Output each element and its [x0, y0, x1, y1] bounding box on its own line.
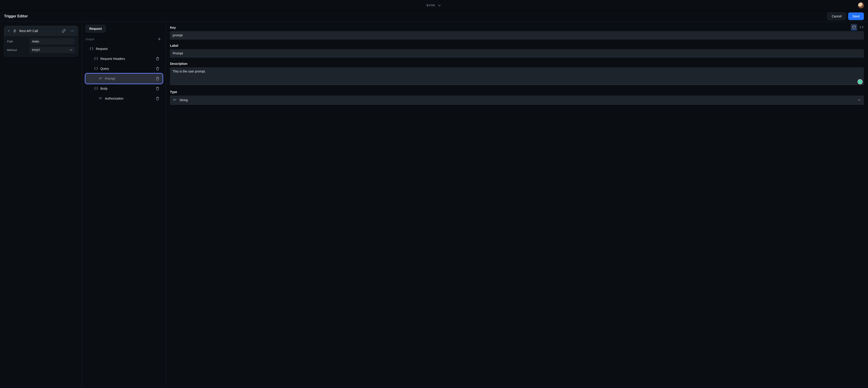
link-icon	[62, 29, 66, 33]
header-actions: Cancel Save	[827, 12, 864, 20]
text-icon	[98, 76, 103, 80]
braces-icon	[94, 67, 98, 71]
trigger-node-header[interactable]: Rest API Call	[4, 26, 78, 36]
view-toggle	[851, 24, 865, 30]
delete-button[interactable]	[154, 65, 161, 72]
view-form-button[interactable]	[851, 24, 857, 30]
left-panel: Rest API Call Path Method POST	[0, 22, 82, 388]
topbar: BYOK	[0, 0, 868, 11]
trigger-node-title: Rest API Call	[19, 29, 58, 33]
trash-icon	[156, 57, 160, 61]
tree-item-body[interactable]: Body	[86, 84, 162, 94]
method-select[interactable]: POST	[30, 47, 75, 53]
middle-tabs: Request	[82, 22, 166, 33]
description-label: Description	[170, 62, 864, 65]
tree-label: Prompt	[105, 77, 154, 80]
path-input[interactable]	[30, 38, 75, 44]
delete-button[interactable]	[154, 95, 161, 102]
trigger-node-card: Rest API Call Path Method POST	[4, 26, 78, 57]
tree-item-request[interactable]: Request	[86, 44, 162, 54]
more-button[interactable]	[69, 28, 75, 34]
trash-icon	[156, 87, 160, 91]
bolt-icon	[13, 29, 17, 33]
method-row: Method POST	[7, 47, 75, 53]
workspace-selector[interactable]: BYOK	[427, 3, 441, 7]
dots-icon	[70, 29, 74, 33]
output-tree: Request Request Headers Query Prompt	[86, 44, 162, 103]
trigger-node-body: Path Method POST	[4, 36, 78, 56]
right-panel: Key Label Description G Type String	[166, 22, 868, 388]
path-row: Path	[7, 38, 75, 44]
main: Rest API Call Path Method POST	[0, 22, 868, 388]
tree-label: Request	[96, 47, 162, 51]
avatar[interactable]	[858, 2, 864, 8]
tree-label: Body	[100, 87, 154, 90]
save-button[interactable]: Save	[848, 12, 864, 20]
field-key: Key	[170, 26, 864, 39]
braces-icon	[94, 57, 98, 61]
key-label: Key	[170, 26, 864, 29]
cancel-button[interactable]: Cancel	[827, 12, 846, 20]
trash-icon	[156, 76, 160, 80]
field-type: Type String	[170, 90, 864, 104]
chevron-down-icon	[437, 3, 441, 7]
page-title: Trigger Editor	[4, 14, 28, 18]
add-output-button[interactable]	[156, 36, 162, 42]
delete-button[interactable]	[154, 85, 161, 92]
tree-item-authorization[interactable]: Authorization	[86, 94, 162, 103]
key-input[interactable]	[170, 31, 864, 39]
delete-button[interactable]	[154, 75, 161, 82]
tree-label: Request Headers	[100, 57, 154, 61]
tree-item-prompt[interactable]: Prompt	[86, 74, 162, 84]
method-value: POST	[32, 48, 40, 52]
layout-icon	[852, 25, 856, 29]
caret-down-icon	[6, 29, 11, 33]
tree-label: Query	[100, 67, 154, 70]
tree-item-query[interactable]: Query	[86, 64, 162, 74]
view-code-button[interactable]	[859, 24, 865, 30]
code-icon	[860, 25, 864, 29]
trash-icon	[156, 96, 160, 100]
method-label: Method	[7, 48, 30, 52]
text-icon	[98, 96, 103, 100]
output-section-head: Output	[86, 36, 162, 42]
delete-button[interactable]	[154, 56, 161, 62]
chevron-down-icon	[69, 48, 73, 52]
grammarly-badge[interactable]: G	[858, 79, 863, 84]
type-label: Type	[170, 90, 864, 94]
output-section: Output Request Request Headers Query	[82, 33, 166, 106]
braces-icon	[94, 87, 98, 91]
tree-item-request-headers[interactable]: Request Headers	[86, 54, 162, 64]
type-select[interactable]: String	[170, 96, 864, 104]
label-label: Label	[170, 44, 864, 47]
tree-label: Authorization	[105, 97, 154, 100]
label-input[interactable]	[170, 49, 864, 57]
workspace-name: BYOK	[427, 4, 435, 7]
type-value: String	[180, 98, 188, 102]
plus-icon	[157, 37, 161, 41]
description-input[interactable]	[170, 67, 864, 85]
path-label: Path	[7, 40, 30, 43]
output-label: Output	[86, 37, 94, 41]
chevron-down-icon	[857, 98, 861, 102]
trash-icon	[156, 67, 160, 71]
link-button[interactable]	[61, 28, 67, 34]
middle-panel: Request Output Request Request Headers	[82, 22, 166, 388]
field-label: Label	[170, 44, 864, 57]
editor-header: Trigger Editor Cancel Save	[0, 11, 868, 22]
tab-request[interactable]: Request	[86, 25, 105, 33]
field-description: Description G	[170, 62, 864, 86]
text-icon	[173, 98, 177, 102]
braces-icon	[89, 47, 94, 51]
